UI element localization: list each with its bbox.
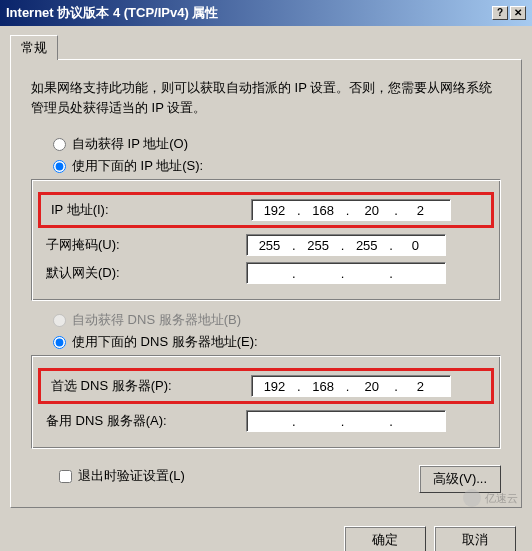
radio-ip-auto[interactable]: 自动获得 IP 地址(O) <box>53 135 501 153</box>
subnet-label: 子网掩码(U): <box>46 236 246 254</box>
mask-seg-4[interactable] <box>393 238 438 253</box>
dns2-seg-1[interactable] <box>247 414 292 429</box>
dns2-seg-2[interactable] <box>296 414 341 429</box>
mask-seg-3[interactable] <box>344 238 389 253</box>
radio-dns-auto-input <box>53 314 66 327</box>
gw-seg-1[interactable] <box>247 266 292 281</box>
dns-alt-label: 备用 DNS 服务器(A): <box>46 412 246 430</box>
gw-seg-3[interactable] <box>344 266 389 281</box>
tab-general[interactable]: 常规 <box>10 35 58 60</box>
subnet-input[interactable]: . . . <box>246 234 446 256</box>
dns-primary-input[interactable]: . . . <box>251 375 451 397</box>
gw-seg-4[interactable] <box>393 266 438 281</box>
validate-checkbox[interactable] <box>59 470 72 483</box>
dns-alt-row: 备用 DNS 服务器(A): . . . <box>46 410 486 432</box>
ok-button[interactable]: 确定 <box>344 526 426 551</box>
radio-ip-auto-input[interactable] <box>53 138 66 151</box>
gateway-label: 默认网关(D): <box>46 264 246 282</box>
window-title: Internet 协议版本 4 (TCP/IPv4) 属性 <box>6 4 218 22</box>
ip-seg-4[interactable] <box>398 203 443 218</box>
dns-primary-label: 首选 DNS 服务器(P): <box>51 377 251 395</box>
gw-seg-2[interactable] <box>296 266 341 281</box>
dns2-seg-3[interactable] <box>344 414 389 429</box>
radio-ip-manual-input[interactable] <box>53 160 66 173</box>
radio-ip-manual[interactable]: 使用下面的 IP 地址(S): <box>53 157 501 175</box>
close-icon[interactable]: ✕ <box>510 6 526 20</box>
gateway-row: 默认网关(D): . . . <box>46 262 486 284</box>
dns1-seg-4[interactable] <box>398 379 443 394</box>
dns1-seg-3[interactable] <box>349 379 394 394</box>
cloud-icon <box>463 489 481 507</box>
radio-dns-auto: 自动获得 DNS 服务器地址(B) <box>53 311 501 329</box>
radio-dns-manual-input[interactable] <box>53 336 66 349</box>
validate-checkbox-label: 退出时验证设置(L) <box>78 467 185 485</box>
dns-alt-input[interactable]: . . . <box>246 410 446 432</box>
gateway-input[interactable]: . . . <box>246 262 446 284</box>
dns2-seg-4[interactable] <box>393 414 438 429</box>
ip-seg-1[interactable] <box>252 203 297 218</box>
ip-fieldset: IP 地址(I): . . . 子网掩码(U): . . . <box>31 179 501 301</box>
tab-container: 常规 如果网络支持此功能，则可以获取自动指派的 IP 设置。否则，您需要从网络系… <box>10 34 522 508</box>
mask-seg-2[interactable] <box>296 238 341 253</box>
radio-dns-auto-label: 自动获得 DNS 服务器地址(B) <box>72 311 241 329</box>
ip-seg-2[interactable] <box>301 203 346 218</box>
cancel-button[interactable]: 取消 <box>434 526 516 551</box>
radio-ip-manual-label: 使用下面的 IP 地址(S): <box>72 157 203 175</box>
dialog-buttons: 确定 取消 <box>0 516 532 551</box>
bottom-row: 退出时验证设置(L) 高级(V)... <box>31 459 501 493</box>
mask-seg-1[interactable] <box>247 238 292 253</box>
dns-primary-row: 首选 DNS 服务器(P): . . . <box>38 368 494 404</box>
intro-text: 如果网络支持此功能，则可以获取自动指派的 IP 设置。否则，您需要从网络系统管理… <box>31 78 501 117</box>
dns1-seg-2[interactable] <box>301 379 346 394</box>
help-icon[interactable]: ? <box>492 6 508 20</box>
ip-address-row: IP 地址(I): . . . <box>38 192 494 228</box>
dialog-body: 常规 如果网络支持此功能，则可以获取自动指派的 IP 设置。否则，您需要从网络系… <box>0 26 532 516</box>
radio-ip-auto-label: 自动获得 IP 地址(O) <box>72 135 188 153</box>
ip-address-label: IP 地址(I): <box>51 201 251 219</box>
radio-dns-manual-label: 使用下面的 DNS 服务器地址(E): <box>72 333 258 351</box>
ip-seg-3[interactable] <box>349 203 394 218</box>
titlebar: Internet 协议版本 4 (TCP/IPv4) 属性 ? ✕ <box>0 0 532 26</box>
watermark: 亿速云 <box>463 489 518 507</box>
radio-dns-manual[interactable]: 使用下面的 DNS 服务器地址(E): <box>53 333 501 351</box>
subnet-row: 子网掩码(U): . . . <box>46 234 486 256</box>
ip-address-input[interactable]: . . . <box>251 199 451 221</box>
dns1-seg-1[interactable] <box>252 379 297 394</box>
watermark-text: 亿速云 <box>485 491 518 506</box>
dns-fieldset: 首选 DNS 服务器(P): . . . 备用 DNS 服务器(A): . . … <box>31 355 501 449</box>
window-controls: ? ✕ <box>492 6 526 20</box>
validate-checkbox-row[interactable]: 退出时验证设置(L) <box>59 467 185 485</box>
tab-panel: 如果网络支持此功能，则可以获取自动指派的 IP 设置。否则，您需要从网络系统管理… <box>10 59 522 508</box>
